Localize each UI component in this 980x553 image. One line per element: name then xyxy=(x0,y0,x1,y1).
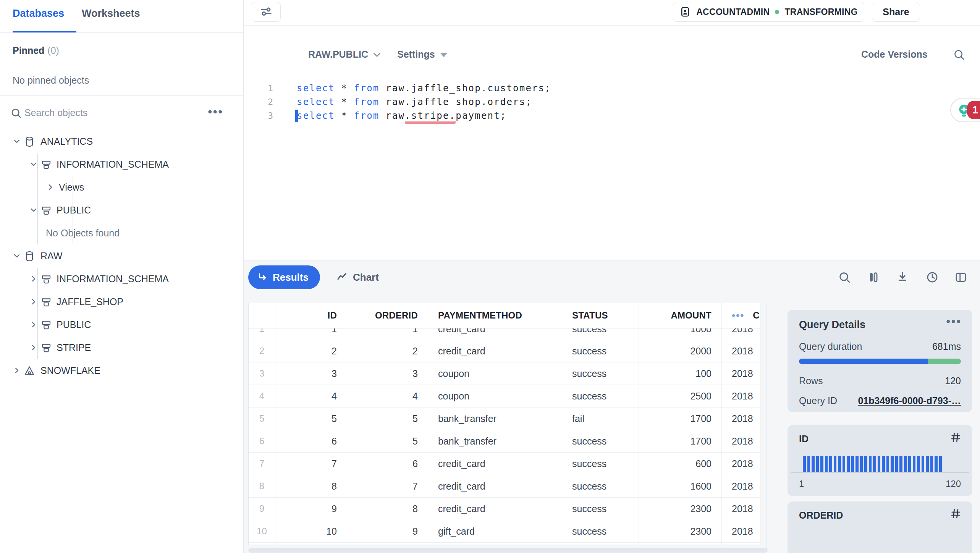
table-cell[interactable]: success xyxy=(562,328,639,340)
table-cell[interactable]: 2500 xyxy=(639,385,722,407)
hash-icon[interactable] xyxy=(949,431,962,443)
table-cell[interactable]: 6 xyxy=(347,453,428,475)
horizontal-scrollbar[interactable] xyxy=(248,548,768,553)
table-cell[interactable]: 2 xyxy=(347,340,428,362)
table-cell[interactable]: 2 xyxy=(275,340,347,362)
table-cell[interactable]: bank_transfer xyxy=(428,407,562,430)
table-cell[interactable]: 10 xyxy=(275,520,347,542)
table-cell[interactable]: 2018 xyxy=(722,430,760,452)
tab-chart[interactable]: Chart xyxy=(336,265,379,289)
sidebar-more-icon[interactable]: ••• xyxy=(208,105,223,118)
table-cell[interactable]: coupon xyxy=(428,362,562,385)
search-icon[interactable] xyxy=(838,270,851,284)
table-row[interactable]: 887credit_cardsuccess16002018 xyxy=(249,475,760,498)
column-header-paymentmethod[interactable]: PAYMENTMETHOD xyxy=(428,303,562,328)
table-cell[interactable]: 1000 xyxy=(639,328,722,340)
tree-item-snowflake[interactable]: SNOWFLAKE xyxy=(0,359,243,382)
tree-item-public[interactable]: PUBLIC xyxy=(0,314,243,336)
tree-item-raw[interactable]: RAW xyxy=(0,245,243,268)
table-cell[interactable]: 8 xyxy=(275,475,347,497)
table-cell[interactable]: 100 xyxy=(639,362,722,385)
tab-databases[interactable]: Databases xyxy=(13,8,64,19)
table-row[interactable]: 776credit_cardsuccess6002018 xyxy=(249,453,760,475)
table-cell[interactable]: 2018 xyxy=(722,475,760,497)
tab-results[interactable]: Results xyxy=(248,265,320,289)
table-cell[interactable]: 2018 xyxy=(722,407,760,430)
table-cell[interactable]: gift_card xyxy=(428,520,562,542)
table-cell[interactable]: 5 xyxy=(275,407,347,430)
code-line[interactable]: 3select * from raw.stripe.payment; xyxy=(252,109,506,123)
chevron-down-icon[interactable] xyxy=(12,137,21,146)
table-cell[interactable]: success xyxy=(562,475,639,497)
column-header-orderid[interactable]: ORDERID xyxy=(347,303,428,328)
table-cell[interactable]: 6 xyxy=(275,430,347,452)
table-cell[interactable]: credit_card xyxy=(428,453,562,475)
table-row[interactable]: 111credit_cardsuccess10002018 xyxy=(249,328,760,340)
tree-item-information_schema[interactable]: INFORMATION_SCHEMA xyxy=(0,268,243,291)
table-cell[interactable]: 2300 xyxy=(639,520,722,542)
table-cell[interactable]: 2018 xyxy=(722,385,760,407)
histogram[interactable] xyxy=(803,445,942,472)
hash-icon[interactable] xyxy=(949,508,962,520)
table-cell[interactable]: credit_card xyxy=(428,498,562,520)
tree-item-information_schema[interactable]: INFORMATION_SCHEMA xyxy=(0,153,243,176)
settings-menu[interactable]: Settings xyxy=(397,49,447,60)
table-cell[interactable]: 5 xyxy=(347,430,428,452)
table-cell[interactable]: credit_card xyxy=(428,340,562,362)
table-cell[interactable]: 1 xyxy=(275,328,347,340)
table-cell[interactable]: 8 xyxy=(347,498,428,520)
object-search[interactable]: Search objects ••• xyxy=(0,102,243,125)
table-cell[interactable]: 5 xyxy=(347,407,428,430)
table-row[interactable]: 665bank_transfersuccess17002018 xyxy=(249,430,760,453)
table-cell[interactable]: 4 xyxy=(347,385,428,407)
table-cell[interactable]: 1700 xyxy=(639,430,722,452)
table-cell[interactable]: 2300 xyxy=(639,498,722,520)
query-id-link[interactable]: 01b349f6-0000-d793-… xyxy=(858,395,961,406)
split-panel-icon[interactable] xyxy=(954,270,968,284)
table-cell[interactable]: success xyxy=(562,430,639,452)
table-cell[interactable]: success xyxy=(562,362,639,385)
table-cell[interactable]: 2018 xyxy=(722,362,760,385)
table-cell[interactable]: 3 xyxy=(347,362,428,385)
table-cell[interactable]: 9 xyxy=(347,520,428,542)
table-cell[interactable]: 2018 xyxy=(722,453,760,475)
tab-worksheets[interactable]: Worksheets xyxy=(82,8,140,19)
error-count-badge[interactable]: 1 xyxy=(967,101,980,119)
table-row[interactable]: 333couponsuccess1002018 xyxy=(249,362,760,385)
tree-item-public[interactable]: PUBLIC xyxy=(0,199,243,222)
table-cell[interactable]: coupon xyxy=(428,385,562,407)
column-menu-icon[interactable]: ••• xyxy=(732,310,744,322)
table-cell[interactable]: 9 xyxy=(275,498,347,520)
database-context-selector[interactable]: RAW.PUBLIC xyxy=(308,49,382,60)
query-details-menu-icon[interactable]: ••• xyxy=(946,315,962,328)
session-context-button[interactable]: ACCOUNTADMIN TRANSFORMING xyxy=(673,2,864,22)
table-row[interactable]: 444couponsuccess25002018 xyxy=(249,385,760,407)
chevron-right-icon[interactable] xyxy=(12,366,21,375)
tree-item-views[interactable]: Views xyxy=(0,176,243,199)
table-cell[interactable]: 2018 xyxy=(722,498,760,520)
chevron-right-icon[interactable] xyxy=(46,183,55,192)
editor-search-icon[interactable] xyxy=(953,48,965,61)
chevron-down-icon[interactable] xyxy=(12,251,21,260)
table-cell[interactable]: 2000 xyxy=(639,340,722,362)
table-row[interactable]: 222credit_cardsuccess20002018 xyxy=(249,340,760,362)
table-cell[interactable]: 7 xyxy=(275,453,347,475)
table-cell[interactable]: 2018 xyxy=(722,328,760,340)
code-line[interactable]: 2select * from raw.jaffle_shop.orders; xyxy=(252,95,532,109)
worksheet-filters-button[interactable] xyxy=(252,2,281,22)
table-cell[interactable]: 1700 xyxy=(639,407,722,430)
table-row[interactable]: 10109gift_cardsuccess23002018 xyxy=(249,520,760,543)
table-cell[interactable]: 7 xyxy=(347,475,428,497)
table-cell[interactable]: success xyxy=(562,520,639,542)
column-header-cr[interactable]: •••CR xyxy=(722,303,760,328)
table-cell[interactable]: credit_card xyxy=(428,475,562,497)
tree-item-analytics[interactable]: ANALYTICS xyxy=(0,130,243,153)
table-cell[interactable]: bank_transfer xyxy=(428,430,562,452)
tree-item-stripe[interactable]: STRIPE xyxy=(0,336,243,359)
table-cell[interactable]: 3 xyxy=(275,362,347,385)
table-cell[interactable]: 2018 xyxy=(722,340,760,362)
table-cell[interactable]: success xyxy=(562,340,639,362)
table-cell[interactable]: credit_card xyxy=(428,328,562,340)
table-row[interactable]: 555bank_transferfail17002018 xyxy=(249,407,760,430)
table-cell[interactable]: 2018 xyxy=(722,520,760,542)
